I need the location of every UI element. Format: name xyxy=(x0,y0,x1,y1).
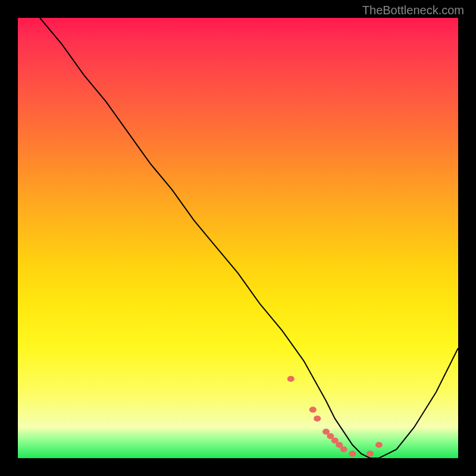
watermark-text: TheBottleneck.com xyxy=(362,4,464,17)
chart-gradient-background xyxy=(18,18,458,458)
